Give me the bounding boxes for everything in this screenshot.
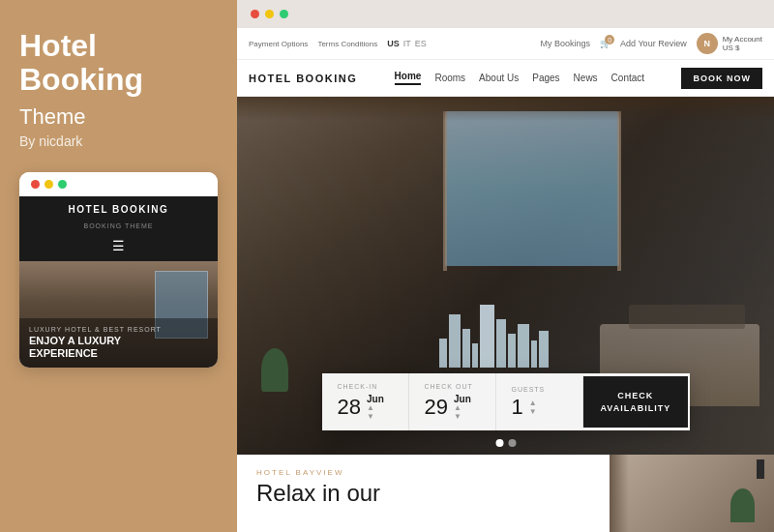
mobile-header: HOTEL BOOKING — [19, 196, 218, 222]
left-title: HotelBooking — [19, 29, 218, 97]
guests-value: 1 ▲ ▼ — [512, 397, 567, 418]
lang-options: US IT ES — [387, 39, 427, 48]
site-logo: HOTEL BOOKING — [249, 73, 357, 84]
nav-about-us[interactable]: About Us — [479, 73, 519, 83]
thumb-lamp — [757, 459, 764, 479]
nav-home[interactable]: Home — [395, 71, 422, 85]
website-wrapper: Payment Options Terms Conditions US IT E… — [237, 28, 774, 532]
user-section: N My AccountUS $ — [697, 33, 762, 54]
hero-city-skyline — [439, 290, 594, 368]
thumb-plant — [730, 488, 755, 522]
dot-yellow — [45, 180, 53, 189]
hero-section: CHECK-IN 28 Jun ▲ ▼ CHECK OUT — [237, 97, 774, 455]
add-review-link[interactable]: Add Your Review — [620, 39, 687, 48]
book-now-button[interactable]: BOOK NOW — [681, 68, 762, 89]
window-frame-left — [443, 111, 447, 271]
window-frame-right — [617, 111, 621, 271]
payment-options-link[interactable]: Payment Options — [249, 40, 308, 48]
dot-green — [58, 180, 67, 189]
below-hero-image — [610, 455, 774, 532]
guests-field[interactable]: GUESTS 1 ▲ ▼ — [496, 376, 583, 428]
checkin-month-arrows: Jun ▲ ▼ — [367, 394, 384, 421]
user-account-label: My AccountUS $ — [723, 35, 762, 52]
left-panel: HotelBooking Theme By nicdark HOTEL BOOK… — [0, 0, 237, 532]
left-by: By nicdark — [19, 133, 218, 149]
browser-dot-red — [251, 10, 259, 18]
user-avatar[interactable]: N — [697, 33, 718, 54]
site-main-nav: HOTEL BOOKING Home Rooms About Us Pages … — [237, 60, 774, 97]
nav-rooms[interactable]: Rooms — [434, 73, 465, 83]
mobile-hamburger: ☰ — [19, 233, 218, 261]
cart-badge: 0 — [605, 35, 614, 44]
mobile-subheader: BOOKING THEME — [19, 222, 218, 233]
checkout-field[interactable]: CHECK OUT 29 Jun ▲ ▼ — [409, 373, 496, 430]
slider-dots — [495, 439, 516, 447]
cart-icon-wrapper[interactable]: 🛒 0 — [600, 39, 610, 48]
hero-headboard — [629, 305, 745, 329]
nav-contact[interactable]: Contact — [611, 73, 644, 83]
checkin-field[interactable]: CHECK-IN 28 Jun ▲ ▼ — [322, 373, 409, 430]
nav-links: Home Rooms About Us Pages News Contact — [395, 71, 644, 85]
right-panel: Payment Options Terms Conditions US IT E… — [237, 0, 774, 532]
check-availability-button[interactable]: CHECKAVAILABILITY — [583, 376, 689, 428]
slider-dot-1[interactable] — [495, 439, 503, 447]
lang-es[interactable]: ES — [415, 39, 427, 48]
terms-conditions-link[interactable]: Terms Conditions — [317, 40, 377, 48]
nav-pages[interactable]: Pages — [532, 73, 559, 83]
checkout-label: CHECK OUT — [425, 383, 480, 390]
checkout-day: 29 — [425, 397, 448, 418]
guests-label: GUESTS — [512, 386, 567, 393]
thumb-curtain — [610, 455, 629, 532]
slider-dot-2[interactable] — [508, 439, 516, 447]
mobile-hero-image: LUXURY HOTEL & BEST RESORT ENJOY A LUXUR… — [19, 261, 218, 368]
booking-widget: CHECK-IN 28 Jun ▲ ▼ CHECK OUT — [322, 373, 690, 430]
mobile-preview: HOTEL BOOKING BOOKING THEME ☰ LUXURY HOT… — [19, 172, 218, 368]
guests-arrows[interactable]: ▲ ▼ — [529, 399, 537, 416]
hero-window — [445, 111, 619, 266]
below-hero-left: HOTEL BAYVIEW Relax in our — [237, 455, 610, 532]
guests-count: 1 — [512, 397, 523, 418]
checkin-arrows[interactable]: ▲ ▼ — [367, 404, 384, 421]
mobile-enjoy-label: LUXURY HOTEL & BEST RESORT — [29, 326, 208, 333]
nav-top-left: Payment Options Terms Conditions US IT E… — [249, 39, 427, 48]
mobile-top-bar — [19, 172, 218, 196]
mobile-enjoy-text: ENJOY A LUXURYEXPERIENCE — [29, 335, 208, 360]
checkout-month-arrows: Jun ▲ ▼ — [454, 394, 471, 421]
checkout-arrows[interactable]: ▲ ▼ — [454, 404, 471, 421]
browser-dot-yellow — [265, 10, 274, 18]
below-hero-section: HOTEL BAYVIEW Relax in our — [237, 455, 774, 532]
checkin-day: 28 — [338, 397, 361, 418]
left-subtitle: Theme — [19, 104, 218, 130]
below-big-title: Relax in our — [256, 481, 590, 506]
ceiling-decoration — [237, 97, 774, 121]
browser-chrome — [237, 0, 774, 28]
lang-it[interactable]: IT — [403, 39, 411, 48]
browser-dot-green — [280, 10, 288, 18]
nav-top-right: My Bookings 🛒 0 Add Your Review N My Acc… — [541, 33, 762, 54]
checkin-label: CHECK-IN — [338, 383, 393, 390]
my-bookings-link[interactable]: My Bookings — [541, 39, 591, 48]
checkout-value: 29 Jun ▲ ▼ — [425, 394, 480, 421]
dot-red — [31, 180, 40, 189]
mobile-image-overlay: LUXURY HOTEL & BEST RESORT ENJOY A LUXUR… — [19, 318, 218, 368]
hero-plant — [261, 348, 288, 392]
section-label: HOTEL BAYVIEW — [256, 468, 590, 477]
lang-us[interactable]: US — [387, 39, 400, 48]
nav-news[interactable]: News — [574, 73, 598, 83]
site-nav-top: Payment Options Terms Conditions US IT E… — [237, 28, 774, 60]
checkin-value: 28 Jun ▲ ▼ — [338, 394, 393, 421]
